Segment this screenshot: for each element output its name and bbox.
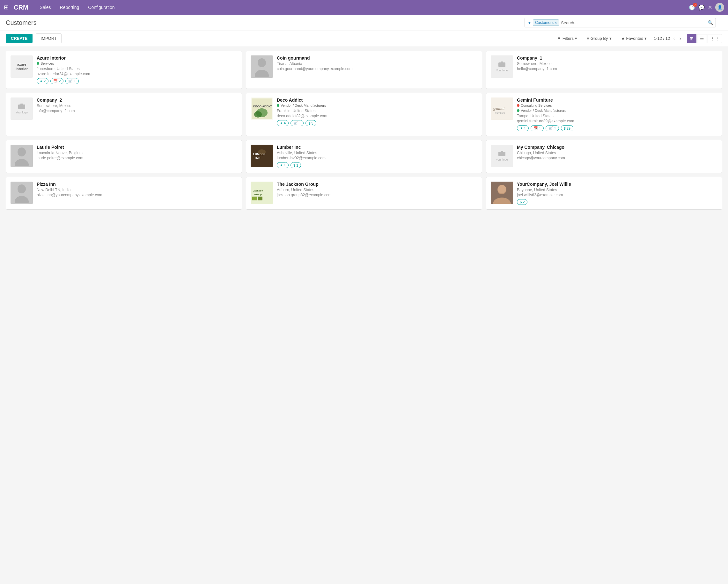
- customer-card[interactable]: Your logo Company_2 Somewhere, Mexico in…: [6, 93, 242, 136]
- card-email: hello@company_1.com: [517, 66, 718, 71]
- tag-dot: [277, 104, 279, 107]
- card-name: Coin gourmand: [277, 55, 477, 60]
- badge-dollar: $ 29: [561, 125, 573, 131]
- customer-card[interactable]: Your logo Company_1 Somewhere, Mexico he…: [486, 51, 722, 89]
- customer-card[interactable]: YourCompany, Joel Willis Bayonne, United…: [486, 177, 722, 210]
- app-brand[interactable]: CRM: [14, 4, 28, 11]
- svg-rect-2: [498, 62, 505, 67]
- tag-label: Consulting Services: [521, 104, 552, 107]
- notification-icon[interactable]: 🕐 7: [689, 4, 695, 10]
- badge-calendar: 📅 2: [50, 78, 63, 84]
- favorites-button[interactable]: ★ Favorites ▾: [619, 35, 649, 42]
- card-name: Lumber Inc: [277, 145, 477, 150]
- search-submit-icon[interactable]: 🔍: [708, 20, 713, 25]
- import-button[interactable]: IMPORT: [36, 33, 61, 43]
- group-by-button[interactable]: ≡ Group By ▾: [584, 35, 614, 42]
- customer-card[interactable]: Laurie Poiret Louvain-la-Neuve, Belgium …: [6, 140, 242, 173]
- svg-point-18: [258, 149, 266, 155]
- tag-dot: [37, 62, 39, 65]
- card-info: The Jackson Group Auburn, United States …: [277, 182, 477, 205]
- navbar: ⊞ CRM Sales Reporting Configuration 🕐 7 …: [0, 0, 728, 15]
- svg-point-13: [18, 147, 26, 157]
- tag2-dot: [517, 109, 519, 112]
- pagination-count: 1-12 / 12: [654, 36, 670, 41]
- next-page-button[interactable]: ›: [678, 35, 682, 42]
- card-location: Asheville, United States: [277, 151, 477, 155]
- joel-photo: [491, 182, 513, 204]
- card-badges: ★ 4🛒 1$ 3: [277, 120, 477, 126]
- badge-star: ★ 2: [37, 78, 49, 84]
- badge-calendar: 📅 1: [530, 125, 544, 131]
- customer-card[interactable]: Pizza Inn New Delhi TN, India pizza.inn@…: [6, 177, 242, 210]
- svg-rect-27: [258, 197, 262, 200]
- create-button[interactable]: CREATE: [6, 34, 32, 43]
- grid-view-button[interactable]: ⋮⋮: [708, 34, 722, 43]
- card-badges: $ 2: [517, 199, 718, 205]
- close-icon[interactable]: ✕: [708, 4, 712, 10]
- card-tag: Consulting Services: [517, 104, 718, 107]
- svg-rect-3: [501, 61, 503, 63]
- card-info: Coin gourmand Tirana, Albania coin.gourm…: [277, 55, 477, 84]
- grid-icon[interactable]: ⊞: [4, 4, 8, 11]
- svg-point-22: [15, 196, 29, 203]
- badge-star: ★ 1: [277, 162, 289, 168]
- card-location: Auburn, United States: [277, 188, 477, 192]
- card-badges: ★ 2📅 2🛒 1: [37, 78, 237, 84]
- deco-logo: DECO ADDICT: [251, 98, 273, 120]
- chat-icon[interactable]: 💬: [698, 4, 705, 10]
- card-email: coin.gourmand@yourcompany.example.com: [277, 66, 477, 71]
- card-info: My Company, Chicago Chicago, United Stat…: [517, 145, 718, 168]
- favorites-icon: ★: [621, 36, 625, 41]
- customer-avatar: [10, 145, 33, 167]
- card-name: Company_1: [517, 55, 718, 60]
- card-email: info@company_2.com: [37, 109, 237, 113]
- card-name: The Jackson Group: [277, 182, 477, 187]
- customer-card[interactable]: DECO ADDICT Deco Addict Vendor / Desk Ma…: [246, 93, 482, 136]
- search-input[interactable]: [561, 20, 708, 25]
- filters-caret: ▾: [575, 36, 577, 41]
- list-view-button[interactable]: ☰: [697, 34, 707, 43]
- filters-button[interactable]: ▼ Filters ▾: [554, 35, 580, 42]
- card-location: New Delhi TN, India: [37, 188, 237, 192]
- user-avatar[interactable]: 👤: [715, 3, 724, 12]
- badge-dollar: $ 1: [290, 162, 301, 168]
- customer-card[interactable]: Coin gourmand Tirana, Albania coin.gourm…: [246, 51, 482, 89]
- card-badges: ★ 1$ 1: [277, 162, 477, 168]
- svg-point-21: [18, 185, 26, 193]
- customer-card[interactable]: LUMBER INC Lumber Inc Asheville, United …: [246, 140, 482, 173]
- nav-reporting[interactable]: Reporting: [56, 3, 83, 12]
- groupby-caret: ▾: [609, 36, 612, 41]
- search-bar: ▼ Customers × 🔍: [524, 18, 716, 27]
- filters-label: Filters: [563, 36, 574, 41]
- svg-text:DECO ADDICT: DECO ADDICT: [253, 105, 272, 108]
- card-name: Deco Addict: [277, 98, 477, 103]
- badge-star: ★ 4: [277, 120, 289, 126]
- card-name: Pizza Inn: [37, 182, 237, 187]
- kanban-view-button[interactable]: ⊞: [687, 34, 697, 43]
- favorites-label: Favorites: [626, 36, 643, 41]
- card-name: Company_2: [37, 98, 237, 103]
- card-tag2: Vendor / Desk Manufacturers: [517, 109, 718, 112]
- customer-card[interactable]: Your logo My Company, Chicago Chicago, U…: [486, 140, 722, 173]
- svg-point-14: [15, 159, 29, 166]
- svg-rect-19: [498, 152, 505, 156]
- prev-page-button[interactable]: ‹: [672, 35, 676, 42]
- customer-card[interactable]: gemini Furniture Gemini Furniture Consul…: [486, 93, 722, 136]
- svg-rect-4: [18, 105, 25, 109]
- svg-rect-26: [252, 197, 257, 200]
- page-title: Customers: [6, 19, 37, 26]
- filter-tag-remove[interactable]: ×: [555, 21, 557, 25]
- card-email: joel.willis63@example.com: [517, 193, 718, 197]
- nav-sales[interactable]: Sales: [36, 3, 55, 12]
- svg-text:gemini: gemini: [493, 106, 505, 111]
- customer-card[interactable]: azureinterior Azure Interior Services Jo…: [6, 51, 242, 89]
- search-filter-tag[interactable]: Customers ×: [533, 20, 559, 26]
- svg-text:Furniture: Furniture: [495, 112, 505, 114]
- nav-configuration[interactable]: Configuration: [84, 3, 118, 12]
- svg-text:Jackson: Jackson: [253, 189, 263, 192]
- card-location: Somewhere, Mexico: [517, 61, 718, 66]
- customer-card[interactable]: Jackson Group The Jackson Group Auburn, …: [246, 177, 482, 210]
- card-name: Laurie Poiret: [37, 145, 237, 150]
- gemini-logo: gemini Furniture: [491, 98, 513, 120]
- logo-placeholder: Your logo: [491, 55, 513, 78]
